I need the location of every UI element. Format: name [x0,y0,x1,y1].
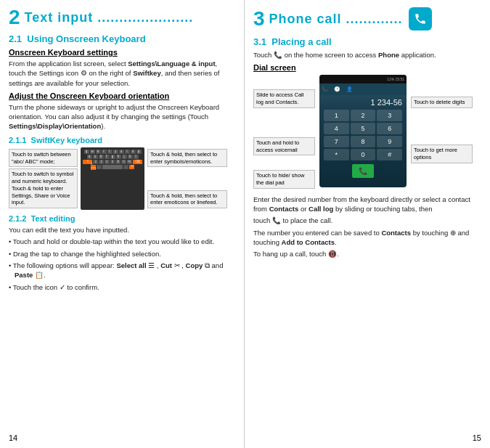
dial-grid: 1 2 3 4 5 6 7 8 9 * 0 # [319,108,407,162]
section-2-1-2-header: 2.1.2 Text editing [9,214,235,223]
adjust-text: Turn the phone sideways or upright to ad… [9,102,235,131]
keyboard-settings-header: Onscreen Keyboard settings [9,48,235,57]
chapter-2-number: 2 [9,7,20,28]
bullet-1: Touch and hold or double-tap within the … [9,237,235,246]
anno-delete: Touch to delete digits [411,97,473,108]
phone-icon [409,7,432,30]
anno-voicemail: Touch and hold to access voicemail [253,137,315,156]
save-contact-text: The number you entered can be saved to C… [253,228,481,248]
keyboard-visual: qwertyuiop asdfghjkl ⇧zxcvbnm⌫ ?123,.⏎ [81,147,144,210]
anno-more: Touch to get more options [411,144,473,163]
right-page: 3 Phone call ............. 3.1 Placing a… [245,0,490,448]
anno-emoticons: Touch & hold, then select to enter emoti… [147,190,227,209]
dial-number-display: 1 234-56 [319,95,407,108]
anno-symbols: Touch & hold, then select to enter symbo… [147,149,227,168]
enter-number-text: Enter the desired number from the keyboa… [253,195,481,214]
section-2-1-header: 2.1 Using Onscreen Keyboard [9,33,235,44]
text-editing-intro: You can edit the text you have inputted. [9,225,235,235]
anno-hide: Touch to hide/ show the dial pad [253,170,315,189]
anno-symbol-numeric: Touch to switch to symbol and numeric ke… [9,168,78,208]
hang-up-text: To hang up a call, touch 📵. [253,249,481,258]
left-page: 2 Text input ...................... 2.1 … [0,0,245,448]
bullet-3: The following options will appear: Selec… [9,261,235,280]
page-number-right: 15 [473,433,481,442]
chapter-3-header: 3 Phone call ............. [253,7,481,30]
touch-phone-text: Touch 📞 on the home screen to access Pho… [253,50,481,60]
page-number-left: 14 [9,433,17,442]
section-2-1-1-header: 2.1.1 SwiftKey keyboard [9,136,235,144]
chapter-2-header: 2 Text input ...................... [9,7,235,28]
dial-status-bar: 11% 15:51 [319,75,407,84]
chapter-3-title: Phone call ............. [269,12,403,27]
section-3-1-header: 3.1 Placing a call [253,36,481,47]
touch-place-text: touch 📞 to place the call. [253,216,481,225]
chapter-2-title: Text input ...................... [25,10,194,25]
bullet-2: Drag the tap to change the highlighted s… [9,249,235,258]
anno-switch-mode: Touch to switch between "abc/ ABC" mode; [9,149,78,168]
keyboard-settings-text: From the application list screen, select… [9,59,235,88]
bullet-4: Touch the icon ✓ to confirm. [9,282,235,292]
dial-screen-label: Dial screen [253,63,481,72]
anno-slide: Slide to access Call log and Contacts. [253,89,315,108]
adjust-header: Adjust the Onscreen Keyboard orientation [9,91,235,100]
chapter-3-number: 3 [253,9,265,29]
dial-screen-visual: 11% 15:51 📞 🕐 👤 1 234-56 1 2 3 4 5 [319,75,407,187]
